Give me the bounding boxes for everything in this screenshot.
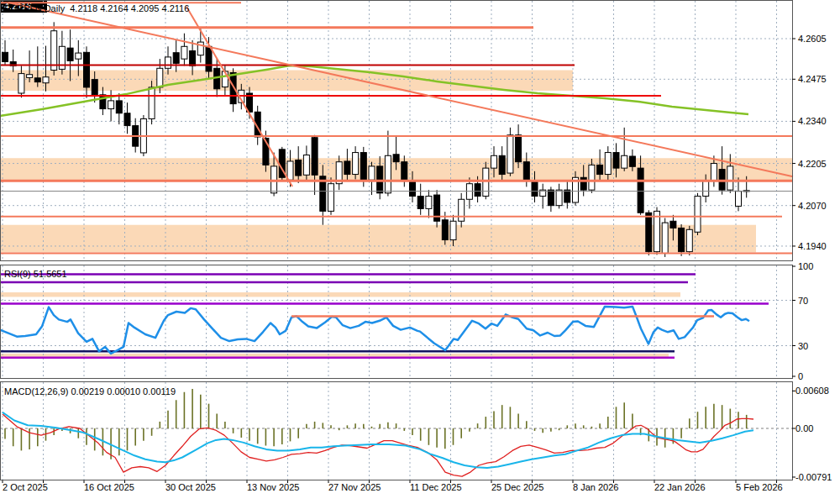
candle-bear	[523, 162, 529, 181]
candle-bear	[92, 80, 97, 95]
candles-layer	[3, 22, 750, 257]
axis-label: 30	[798, 341, 808, 351]
axis-label: 13 Nov 2025	[247, 482, 299, 492]
candle-bear	[116, 101, 122, 113]
chart-window: 4.26054.24754.23404.22054.20704.19401007…	[0, 0, 840, 504]
candle-bull	[695, 197, 701, 233]
axis-label: 22 Jan 2026	[654, 482, 706, 492]
candle-bear	[393, 155, 399, 162]
candle-bear	[516, 135, 522, 162]
axis-label: 4.2605	[798, 34, 827, 44]
candle-bear	[548, 190, 554, 206]
axis-label: 0.00	[795, 423, 813, 433]
axis-label: -0.00791	[795, 472, 832, 482]
candle-bull	[328, 184, 334, 212]
rsi-indicator-label: RSI(9) 51.5651	[4, 269, 67, 279]
candle-bear	[67, 48, 73, 60]
candle-bear	[597, 165, 603, 174]
candle-bear	[3, 52, 8, 61]
candle-bear	[206, 46, 212, 71]
candle-bear	[580, 177, 586, 190]
candle-bull	[165, 57, 171, 68]
axis-label: 27 Nov 2025	[328, 482, 381, 492]
candle-bear	[173, 53, 179, 64]
candle-bull	[556, 190, 562, 206]
candle-bear	[410, 181, 416, 197]
candle-bull	[589, 165, 595, 190]
candle-bear	[629, 156, 635, 166]
candle-bear	[532, 181, 538, 197]
axis-label: 5 Feb 2026	[736, 482, 783, 492]
time-axis: 2 Oct 202516 Oct 202530 Oct 202513 Nov 2…	[3, 482, 783, 492]
rsi-line	[0, 307, 749, 354]
rsi-zone-band	[0, 354, 669, 357]
candle-bear	[564, 190, 570, 202]
axis-label: 4.1940	[798, 241, 827, 251]
rsi-layer	[0, 274, 769, 357]
candle-bear	[670, 221, 676, 228]
axis-label: 16 Oct 2025	[84, 482, 134, 492]
candle-bull	[736, 192, 742, 207]
candle-bear	[360, 153, 366, 181]
macd-signal-line	[3, 414, 753, 476]
candle-bull	[686, 229, 692, 251]
candle-bull	[149, 87, 155, 119]
candle-bear	[402, 162, 407, 181]
candle-bear	[34, 78, 40, 82]
rsi-zone-band	[0, 292, 680, 297]
candle-bear	[417, 197, 423, 209]
axis-label: 4.2070	[798, 201, 827, 211]
candle-bear	[646, 213, 652, 251]
candle-bear	[442, 220, 448, 240]
candle-bull	[108, 101, 114, 109]
axis-label: 25 Dec 2025	[491, 482, 543, 492]
candle-bull	[711, 164, 717, 181]
macd-main-line	[3, 412, 753, 468]
support-zone-band	[0, 225, 756, 253]
axis-label: 8 Jan 2026	[573, 482, 618, 492]
axis-label: 4.2205	[798, 159, 827, 169]
candle-bull	[303, 155, 309, 176]
candle-bull	[459, 199, 465, 221]
candle-bear	[679, 228, 685, 251]
candle-bull	[491, 155, 497, 168]
axis-label: 4.2340	[798, 116, 827, 126]
chart-canvas[interactable]: 4.26054.24754.23404.22054.20704.19401007…	[0, 0, 840, 504]
candle-bull	[727, 166, 733, 190]
chart-plot-area[interactable]: 4.26054.24754.23404.22054.20704.19401007…	[0, 0, 840, 504]
candle-bear	[613, 153, 619, 169]
axis-label: 70	[798, 296, 808, 306]
candle-bear	[344, 161, 350, 175]
axis-label: 0	[798, 371, 803, 381]
candle-bear	[190, 50, 196, 66]
candle-bull	[507, 135, 513, 173]
candle-bull	[353, 153, 359, 175]
candle-bull	[385, 155, 391, 193]
candle-bull	[27, 75, 33, 78]
candle-bull	[43, 77, 49, 83]
candle-bear	[296, 160, 302, 176]
candle-bull	[426, 197, 432, 209]
candle-bull	[703, 181, 709, 197]
axis-label: 2 Oct 2025	[3, 482, 48, 492]
candle-bull	[622, 155, 627, 168]
support-resistance-lines[interactable]	[0, 3, 793, 254]
macd-layer	[3, 389, 753, 476]
candle-bear	[475, 184, 480, 197]
axis-label: 0.00608	[795, 386, 829, 396]
candle-bull	[287, 161, 293, 180]
candle-bear	[124, 113, 130, 126]
candle-bull	[605, 153, 611, 175]
candle-bull	[369, 166, 375, 180]
axis-label: 11 Dec 2025	[410, 482, 462, 492]
candle-bear	[312, 138, 318, 176]
axis-label: 4.2475	[798, 74, 827, 84]
candle-bull	[450, 221, 456, 239]
macd-indicator-label: MACD(12,26,9) 0.00219 0.00010 0.00119	[4, 386, 176, 396]
candle-bull	[18, 74, 24, 93]
axis-label: 100	[798, 261, 813, 271]
candle-bull	[157, 68, 163, 87]
price-axis: 4.26054.24754.23404.22054.20704.19401007…	[792, 34, 832, 482]
candle-bear	[84, 52, 90, 87]
candle-bear	[499, 155, 505, 174]
